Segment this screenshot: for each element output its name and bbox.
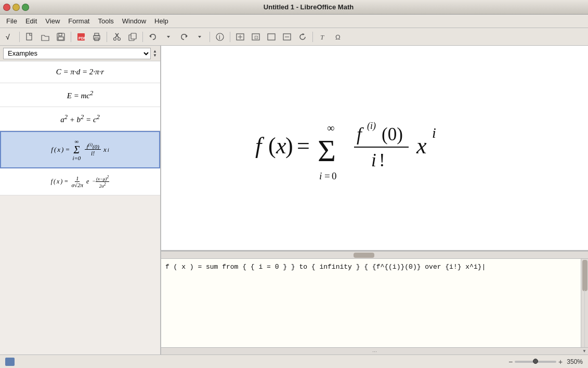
menubar: File Edit View Format Tools Window Help [0,15,588,28]
svg-rect-15 [131,33,136,39]
svg-text:(i): (i) [367,121,376,132]
sidebar-item-3[interactable]: a2 + b2 = c2 [0,107,160,131]
svg-text:0: 0 [332,170,337,181]
svg-marker-19 [198,36,201,38]
refresh-btn[interactable] [295,30,310,44]
toolbar-sep-2 [71,32,71,42]
export-pdf-btn[interactable]: PDF [74,30,88,44]
svg-marker-30 [303,33,305,35]
sidebar-item-1[interactable]: C = π·d = 2·π·r [0,61,160,83]
svg-text:f: f [255,133,265,159]
toolbar-sep-3 [107,32,107,42]
svg-text:Ω: Ω [335,33,341,41]
svg-marker-17 [167,36,170,38]
editor-scrollbar-track [584,290,585,354]
svg-rect-1 [27,33,32,40]
new-btn[interactable] [22,30,37,44]
svg-text:i: i [432,125,436,141]
toolbar: √ PDF i ⊡ [0,28,588,46]
redo-btn[interactable] [177,30,191,44]
formula-wizard-btn[interactable]: √ [2,30,17,44]
info-btn[interactable]: i [213,30,227,44]
formula-3: a2 + b2 = c2 [60,113,100,124]
svg-text:⊡: ⊡ [254,35,258,40]
editor-panel: f ( x ) = sum from { { i = 0 } } to { in… [161,258,588,354]
sidebar-item-2[interactable]: E = mc2 [0,83,160,107]
toolbar-sep-4 [142,32,143,42]
svg-text:): ) [285,133,293,159]
svg-text:=: = [297,133,310,159]
canvas-area: f ( x ) = ∞ Σ i = 0 f (i) (0) [161,46,588,251]
canvas-scrollbar-thumb[interactable] [354,253,374,258]
svg-text:i: i [371,150,376,170]
editor-scrollbar-thumb[interactable] [582,260,587,291]
special-char-btn[interactable]: Ω [331,30,346,44]
formula-2: E = mc2 [67,89,94,100]
align-right-btn[interactable] [280,30,294,44]
svg-text:=: = [324,170,330,181]
align-left-btn[interactable] [264,30,279,44]
undo-btn[interactable] [146,30,160,44]
menu-help[interactable]: Help [150,16,173,26]
zoom-slider[interactable] [515,361,556,363]
svg-text:x: x [276,133,286,159]
svg-text:T: T [320,33,324,41]
sidebar-item-4[interactable]: f(x) = ∞ Σ i=0 f(i)(0) i! xi [0,131,160,168]
menu-format[interactable]: Format [64,16,94,26]
sidebar-header: Examples ▲ ▼ [0,46,160,61]
cut-btn[interactable] [110,30,124,44]
svg-point-12 [114,37,116,40]
window-controls[interactable] [3,4,29,11]
menu-tools[interactable]: Tools [94,16,117,26]
svg-rect-27 [268,34,275,40]
main-area: Examples ▲ ▼ C = π·d = 2·π·r E = mc2 [0,46,588,354]
save-status-icon [5,358,15,366]
sidebar-arrows[interactable]: ▲ ▼ [153,49,157,58]
zoom-controls: − + 350% [508,358,583,366]
menu-edit[interactable]: Edit [21,16,41,26]
formula-display: f ( x ) = ∞ Σ i = 0 f (i) (0) [250,91,500,205]
formula-1: C = π·d = 2·π·r [56,68,104,76]
svg-text:i: i [319,170,322,181]
editor-h-scrollbar[interactable]: ··· [161,347,588,354]
zoom-slider-thumb[interactable] [533,359,538,364]
undo-dropdown[interactable] [161,30,176,44]
formula-svg: f ( x ) = ∞ Σ i = 0 f (i) (0) [250,91,500,205]
svg-text:(: ( [268,133,276,159]
svg-text:PDF: PDF [79,36,86,40]
minimize-button[interactable] [12,4,20,11]
menu-view[interactable]: View [41,16,64,26]
canvas-h-scrollbar[interactable] [161,251,588,258]
zoom-minus-btn[interactable]: − [508,358,513,366]
svg-text:∞: ∞ [327,122,334,134]
align-center-btn[interactable]: ⊡ [249,30,263,44]
toolbar-sep-7 [312,32,313,42]
zoom-level-display: 350% [567,358,583,365]
sidebar-item-5[interactable]: f(x) = 1 σ√2π e − (x−μ)2 2σ2 [0,168,160,195]
maximize-button[interactable] [22,4,29,11]
redo-dropdown[interactable] [192,30,207,44]
zoom-plus-btn[interactable]: + [558,358,563,366]
toolbar-sep-6 [230,32,230,42]
open-btn[interactable] [38,30,53,44]
editor-h-scrollbar-thumb[interactable]: ··· [161,348,588,354]
editor-scrollbar-bottom-btn[interactable]: ▼ [581,347,588,354]
menu-file[interactable]: File [2,16,21,26]
right-panel: f ( x ) = ∞ Σ i = 0 f (i) (0) [161,46,588,354]
svg-text:Σ: Σ [318,134,336,168]
close-button[interactable] [3,4,10,11]
editor-v-scrollbar[interactable]: ▼ [581,259,588,354]
insert-formula-btn[interactable] [233,30,247,44]
svg-rect-4 [58,37,63,40]
formula-editor[interactable]: f ( x ) = sum from { { i = 0 } } to { in… [161,259,588,347]
examples-dropdown[interactable]: Examples [3,48,151,59]
menu-window[interactable]: Window [118,16,150,26]
svg-rect-3 [59,33,62,36]
copy-btn[interactable] [125,30,140,44]
save-btn[interactable] [54,30,68,44]
formula-4: f(x) = ∞ Σ i=0 f(i)(0) i! xi [51,138,109,161]
toolbar-sep-1 [19,32,20,42]
print-btn[interactable] [89,30,104,44]
cursor-btn[interactable]: T [316,30,330,44]
svg-text:f: f [357,124,364,144]
